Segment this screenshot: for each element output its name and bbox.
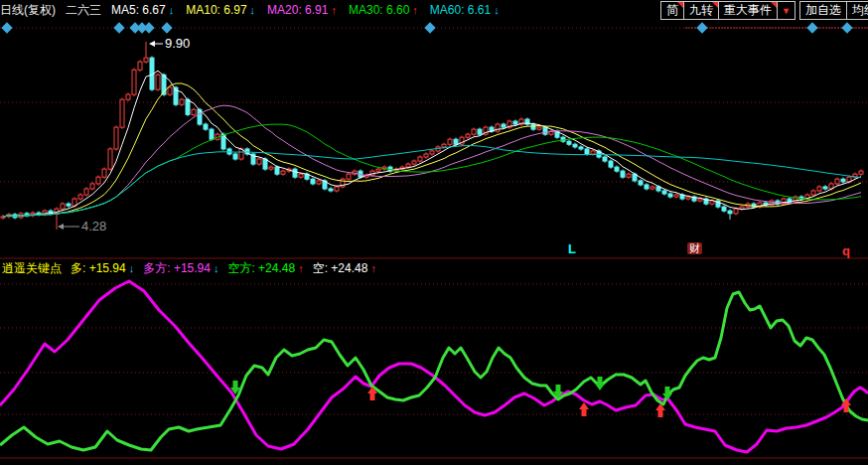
event-badge-annotation[interactable]: 财 (687, 242, 702, 254)
chart-toolbar: 简九转重大事件▼加自选均线 (661, 1, 868, 20)
indicator-values-group: 多: +15.94↓多方: +15.94↓空方: +24.48↑空: +24.4… (71, 260, 376, 277)
ma-value-MA20: MA20: 6.91↑ (267, 3, 337, 17)
candlesticks (1, 42, 863, 230)
ma-values-group: MA5: 6.67↓MA10: 6.97↓MA20: 6.91↑MA30: 6.… (111, 3, 500, 17)
ma-value-MA30: MA30: 6.60↑ (349, 3, 418, 17)
indicator-value: 空方: +24.48↑ (227, 260, 303, 277)
event-annotation[interactable]: L (568, 242, 576, 255)
high-label-annotation: 9.90 (165, 37, 190, 50)
dropdown-caret-button[interactable]: ▼ (777, 1, 796, 20)
toolbar-button-重大事件[interactable]: 重大事件 (718, 1, 778, 20)
toolbar-button-均线[interactable]: 均线 (846, 1, 868, 20)
signal-arrows (230, 377, 851, 417)
stock-name[interactable]: 二六三 (66, 2, 101, 19)
indicator-line-多方 (0, 281, 868, 452)
indicator-value: 多: +15.94↓ (71, 260, 134, 277)
toolbar-button-加自选[interactable]: 加自选 (799, 1, 847, 20)
indicator-line-空方 (0, 292, 868, 450)
ma-value-MA60: MA60: 6.61↓ (430, 3, 500, 17)
indicator-value: 多方: +15.94↓ (143, 260, 218, 277)
ma-value-MA5: MA5: 6.67↓ (111, 3, 174, 17)
indicator-value: 空: +24.48↑ (313, 260, 376, 277)
indicator-title[interactable]: 逍遥关键点 (2, 260, 62, 277)
period-label[interactable]: 日线(复权) (0, 2, 56, 19)
low-label-annotation: 4.28 (81, 220, 106, 232)
toolbar-button-简[interactable]: 简 (660, 1, 684, 20)
toolbar-button-九转[interactable]: 九转 (683, 1, 719, 20)
date-axis-strip (0, 459, 868, 465)
price-and-indicator-chart[interactable] (0, 0, 868, 465)
indicator-header-bar: 逍遥关键点 多: +15.94↓多方: +15.94↓空方: +24.48↑空:… (2, 260, 868, 276)
stock-chart-window: 日线(复权) 二六三 MA5: 6.67↓MA10: 6.97↓MA20: 6.… (0, 0, 868, 465)
event-annotation[interactable]: q (842, 244, 850, 257)
ma-value-MA10: MA10: 6.97↓ (186, 3, 255, 17)
